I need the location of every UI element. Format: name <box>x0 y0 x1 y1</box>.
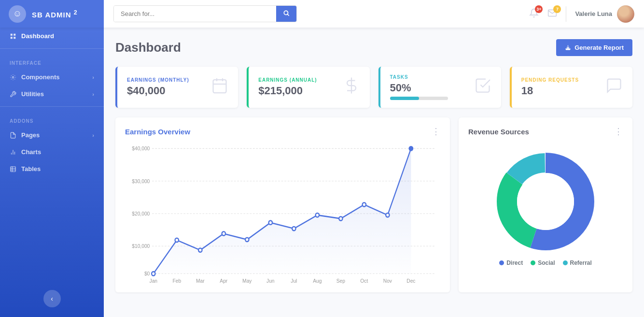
stat-label: EARNINGS (MONTHLY) <box>127 77 189 83</box>
svg-text:Dec: Dec <box>406 277 416 284</box>
stat-card-content: EARNINGS (MONTHLY) $40,000 <box>127 77 189 97</box>
charts-icon <box>10 149 16 156</box>
svg-point-49 <box>292 227 295 231</box>
donut-chart-svg <box>492 148 599 255</box>
earnings-line-chart: $40,000 $30,000 $20,000 $10,000 $0 Jan F… <box>125 144 440 284</box>
main-content: Dashboard Generate Report EARNINGS (MONT… <box>104 28 644 317</box>
svg-text:Nov: Nov <box>383 277 392 284</box>
svg-rect-5 <box>14 37 15 39</box>
sidebar-item-dashboard[interactable]: Dashboard <box>0 28 104 44</box>
alerts-button[interactable]: 3+ <box>529 8 539 20</box>
svg-point-58 <box>517 173 574 230</box>
svg-text:$40,000: $40,000 <box>132 145 150 152</box>
sidebar-item-charts[interactable]: Charts <box>0 144 104 160</box>
stat-card-content: PENDING REQUESTS 18 <box>521 77 579 97</box>
charts-row: Earnings Overview ⋮ $40,000 $30,000 <box>115 117 632 292</box>
stat-card-pending: PENDING REQUESTS 18 <box>510 67 632 108</box>
stat-label: EARNINGS (ANNUAL) <box>258 77 317 83</box>
svg-line-1 <box>288 14 289 16</box>
brand-area[interactable]: ☺ SB ADMIN 2 <box>0 0 104 28</box>
svg-point-53 <box>386 213 389 217</box>
stat-card-annual: EARNINGS (ANNUAL) $215,000 <box>247 67 369 108</box>
stat-value: 50% <box>390 82 448 94</box>
brand-name: SB ADMIN 2 <box>32 9 78 19</box>
stat-label: PENDING REQUESTS <box>521 77 579 83</box>
stat-card-content: TASKS 50% <box>390 74 448 100</box>
svg-text:Jan: Jan <box>150 277 158 284</box>
svg-rect-10 <box>11 166 16 172</box>
components-chevron: › <box>92 74 94 80</box>
stat-value: $215,000 <box>258 85 317 97</box>
task-progress <box>390 97 448 100</box>
svg-point-44 <box>175 238 179 242</box>
stat-value: $40,000 <box>127 85 189 97</box>
svg-point-46 <box>222 231 225 235</box>
chat-icon <box>605 77 623 98</box>
svg-text:Mar: Mar <box>196 277 205 284</box>
stat-card-tasks: TASKS 50% <box>378 67 501 108</box>
components-icon <box>10 74 16 81</box>
user-name: Valerie Luna <box>575 10 612 17</box>
svg-point-52 <box>363 202 366 206</box>
sidebar-item-tables[interactable]: Tables <box>0 160 104 177</box>
revenue-chart-menu[interactable]: ⋮ <box>614 126 623 137</box>
page-title: Dashboard <box>115 40 181 55</box>
line-chart-svg: $40,000 $30,000 $20,000 $10,000 $0 Jan F… <box>125 144 440 284</box>
revenue-chart-header: Revenue Sources ⋮ <box>468 126 623 137</box>
messages-badge: 7 <box>553 5 561 13</box>
legend-dot-direct <box>499 260 504 265</box>
dollar-icon <box>343 77 360 98</box>
generate-report-button[interactable]: Generate Report <box>556 39 632 56</box>
top-navbar: ☺ SB ADMIN 2 3+ 7 Valerie Luna <box>0 0 644 28</box>
svg-text:May: May <box>242 277 252 284</box>
svg-point-45 <box>198 248 202 252</box>
legend-dot-referral <box>563 260 568 265</box>
svg-text:Jun: Jun <box>266 277 275 284</box>
calendar-icon <box>211 77 228 98</box>
svg-rect-3 <box>14 33 15 35</box>
progress-bar-bg <box>390 97 448 100</box>
svg-text:Oct: Oct <box>360 277 368 284</box>
legend-item-direct: Direct <box>499 259 523 266</box>
sidebar-section-addons: ADDONS <box>0 111 104 127</box>
sidebar-item-components[interactable]: Components › <box>0 69 104 86</box>
svg-text:Apr: Apr <box>220 277 227 284</box>
download-icon <box>565 44 571 51</box>
svg-rect-15 <box>213 80 226 93</box>
svg-point-50 <box>316 213 319 217</box>
stat-card-monthly: EARNINGS (MONTHLY) $40,000 <box>115 67 238 108</box>
sidebar: Dashboard INTERFACE Components › Utiliti… <box>0 28 104 317</box>
nav-right: 3+ 7 Valerie Luna <box>529 5 634 23</box>
svg-text:$30,000: $30,000 <box>132 178 150 184</box>
search-input[interactable] <box>114 6 276 22</box>
user-menu[interactable]: Valerie Luna <box>575 5 634 23</box>
utilities-icon <box>10 91 16 98</box>
search-button[interactable] <box>276 6 296 22</box>
progress-bar-fill <box>390 97 419 100</box>
sidebar-collapse-button[interactable]: ‹ <box>43 290 61 307</box>
alerts-badge: 3+ <box>535 5 543 13</box>
pages-icon <box>10 132 16 139</box>
donut-chart-area: Direct Social Referral <box>468 144 623 271</box>
tables-icon <box>10 166 16 173</box>
pages-chevron: › <box>92 132 94 138</box>
sidebar-item-utilities[interactable]: Utilities › <box>0 86 104 102</box>
svg-point-51 <box>339 216 342 220</box>
svg-point-47 <box>245 238 249 242</box>
revenue-sources-card: Revenue Sources ⋮ <box>459 117 632 292</box>
page-header: Dashboard Generate Report <box>115 39 632 56</box>
stat-label: TASKS <box>390 74 448 80</box>
tasks-icon <box>474 77 491 98</box>
messages-button[interactable]: 7 <box>547 8 557 20</box>
utilities-chevron: › <box>92 91 94 97</box>
donut-legend: Direct Social Referral <box>499 259 592 266</box>
svg-text:$0: $0 <box>144 271 150 277</box>
earnings-chart-menu[interactable]: ⋮ <box>432 126 440 137</box>
dashboard-icon <box>10 33 16 40</box>
earnings-overview-card: Earnings Overview ⋮ $40,000 $30,000 <box>115 117 450 292</box>
svg-point-54 <box>409 146 413 150</box>
legend-dot-social <box>531 260 535 265</box>
layout: Dashboard INTERFACE Components › Utiliti… <box>0 28 644 317</box>
chart-header: Earnings Overview ⋮ <box>125 126 440 137</box>
sidebar-item-pages[interactable]: Pages › <box>0 127 104 144</box>
